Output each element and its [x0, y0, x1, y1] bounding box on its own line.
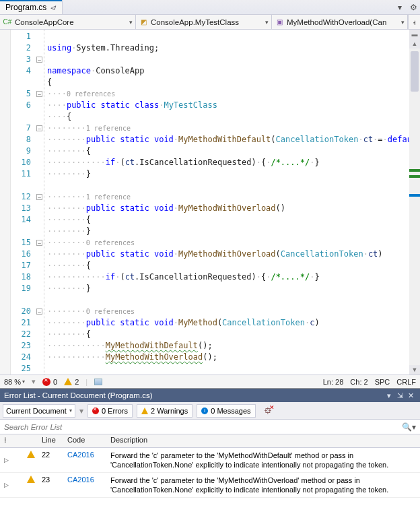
outlining-margin[interactable]: − − − − − − [35, 30, 44, 375]
class-icon: ◩ [139, 18, 148, 27]
codelens-references[interactable]: 0 references [86, 306, 135, 317]
error-list-row[interactable]: ▷ 23 CA2016 Forward the 'c' parameter to… [0, 473, 420, 498]
code-navigation-bar: C# ConsoleAppCore ▾ ◩ ConsoleApp.MyTestC… [0, 15, 420, 30]
code-cell[interactable]: CA2016 [63, 473, 106, 497]
description-cell: Forward the 'c' parameter to the 'MyMeth… [106, 448, 420, 472]
filter-messages-chip[interactable]: i0 Messages [197, 404, 255, 418]
filter-warnings-chip[interactable]: 2 Warnings [137, 404, 193, 418]
split-view-icon[interactable]: ⫞ [408, 15, 420, 29]
status-errors[interactable]: 0 [42, 378, 57, 386]
warning-icon [27, 476, 35, 483]
filter-icon: ⯐✕ [264, 406, 272, 416]
warning-icon [141, 408, 148, 414]
codelens-references[interactable]: 0 references [67, 88, 115, 100]
error-list-title: Error List - Current Document (Program.c… [4, 391, 384, 399]
error-list-header[interactable]: ⁞ Line Code Description [0, 434, 420, 448]
warning-icon [64, 378, 72, 385]
status-line[interactable]: Ln: 28 [323, 378, 344, 386]
tab-options-gear-icon[interactable]: ⚙ [407, 0, 420, 14]
chevron-down-icon: ▾ [129, 19, 133, 26]
status-warnings[interactable]: 2 [64, 378, 79, 386]
status-col[interactable]: Ch: 2 [350, 378, 368, 386]
warning-icon [27, 451, 35, 458]
split-glyph-icon[interactable]: ▬ [409, 30, 420, 39]
error-icon [42, 378, 50, 386]
indicator-margin [0, 30, 11, 375]
window-menu-chevron-icon[interactable]: ▾ [384, 391, 394, 400]
line-cell: 22 [38, 448, 63, 472]
nav-member-dropdown[interactable]: ▣ MyMethodWithOverload(Can ▾ [272, 15, 408, 29]
filter-errors-chip[interactable]: 0 Errors [88, 404, 133, 418]
chevron-down-icon: ▾ [265, 19, 269, 26]
chevron-down-icon: ▾ [401, 19, 405, 26]
line-cell: 23 [38, 473, 63, 497]
document-tab-label: Program.cs [5, 3, 46, 12]
editor-status-bar: 88 %▾ ▾ 0 2 | Ln: 28 Ch: 2 SPC CRLF [0, 375, 420, 388]
line-number-gutter: 1234 56 7891011 121314 1516171819 202122… [11, 30, 35, 375]
search-input[interactable] [4, 423, 402, 431]
error-list-search[interactable]: 🔍▾ [0, 420, 420, 434]
search-icon[interactable]: 🔍▾ [402, 422, 416, 432]
close-icon[interactable]: ✕ [405, 391, 416, 400]
clear-filters-button[interactable]: ⯐✕ [260, 404, 276, 418]
severity-cell [23, 473, 38, 497]
error-scope-dropdown[interactable]: Current Document ▾ [3, 404, 75, 418]
autohide-pin-icon[interactable]: ⇲ [394, 391, 405, 400]
codelens-references[interactable]: 1 reference [86, 191, 131, 203]
info-icon: i [201, 408, 208, 414]
document-tab-strip: Program.cs ⊿ ▾ ⚙ [0, 0, 420, 15]
nav-project-label: ConsoleAppCore [15, 18, 127, 26]
vertical-scrollbar[interactable]: ▬ ▲ ▼ [409, 30, 420, 375]
pin-icon[interactable]: ⊿ [49, 2, 58, 12]
zoom-dropdown[interactable]: 88 %▾ [4, 378, 25, 386]
severity-cell [23, 448, 38, 472]
expand-toggle[interactable]: ▷ [0, 448, 23, 472]
error-list-toolwindow: Error List - Current Document (Program.c… [0, 388, 420, 520]
scrollbar-thumb[interactable] [411, 51, 419, 92]
suggestion-squiggle[interactable]: MyMethodWithOverload [106, 352, 203, 362]
codelens-references[interactable]: 0 references [86, 237, 135, 249]
error-list-toolbar: Current Document ▾ ▾ 0 Errors 2 Warnings… [0, 402, 420, 420]
tab-menu-chevron-icon[interactable]: ▾ [393, 0, 407, 14]
description-cell: Forward the 'c' parameter to the 'MyMeth… [106, 473, 420, 497]
status-lineending[interactable]: CRLF [396, 378, 416, 386]
scrollbar-change-mark [409, 169, 420, 172]
nav-member-label: MyMethodWithOverload(Can [287, 18, 398, 26]
csharp-project-icon: C# [3, 18, 12, 27]
code-editor[interactable]: 1234 56 7891011 121314 1516171819 202122… [0, 30, 420, 375]
build-status-icon[interactable] [94, 379, 102, 385]
code-cell[interactable]: CA2016 [63, 448, 106, 472]
error-icon [92, 408, 99, 414]
suggestion-squiggle[interactable]: MyMethodWithDefault [106, 341, 198, 350]
header-description[interactable]: Description [106, 434, 420, 447]
nav-class-dropdown[interactable]: ◩ ConsoleApp.MyTestClass ▾ [136, 15, 272, 29]
header-expand[interactable]: ⁞ [0, 434, 23, 447]
expand-toggle[interactable]: ▷ [0, 473, 23, 497]
error-list-row[interactable]: ▷ 22 CA2016 Forward the 'c' parameter to… [0, 448, 420, 473]
scroll-up-icon[interactable]: ▲ [409, 39, 420, 48]
method-icon: ▣ [275, 18, 284, 27]
scrollbar-change-mark [409, 175, 420, 178]
document-tab-program[interactable]: Program.cs ⊿ [0, 0, 63, 14]
error-list-titlebar[interactable]: Error List - Current Document (Program.c… [0, 389, 420, 402]
code-text-area[interactable]: using·System.Threading; namespace·Consol… [44, 30, 409, 375]
nav-project-dropdown[interactable]: C# ConsoleAppCore ▾ [0, 15, 136, 29]
status-indent[interactable]: SPC [375, 378, 390, 386]
scroll-down-icon[interactable]: ▼ [409, 365, 420, 375]
header-code[interactable]: Code [63, 434, 106, 447]
header-line[interactable]: Line [38, 434, 63, 447]
error-list-grid[interactable]: ▷ 22 CA2016 Forward the 'c' parameter to… [0, 448, 420, 520]
codelens-references[interactable]: 1 reference [86, 123, 131, 134]
nav-class-label: ConsoleApp.MyTestClass [151, 18, 262, 26]
scrollbar-caret-mark [409, 194, 420, 197]
header-severity[interactable] [23, 434, 38, 447]
